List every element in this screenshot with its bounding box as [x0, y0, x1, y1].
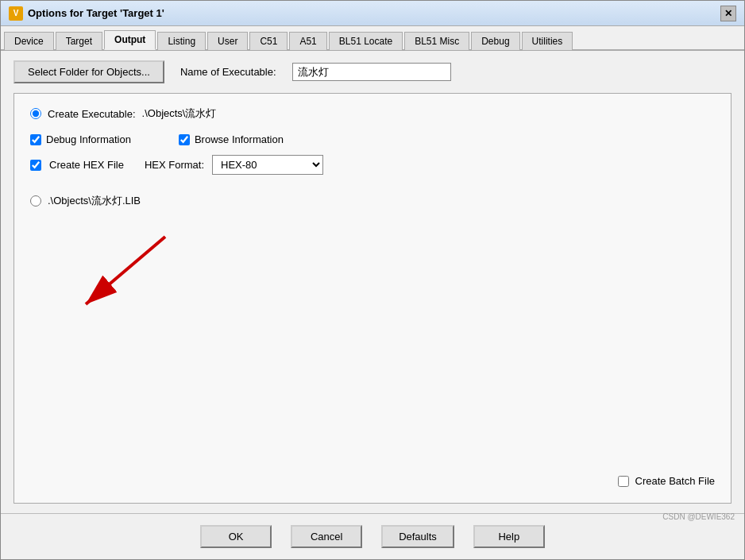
tab-bl51-locate[interactable]: BL51 Locate [329, 32, 403, 50]
tab-user[interactable]: User [207, 32, 248, 50]
hex-format-select[interactable]: HEX-80 HEX-386 [212, 155, 323, 175]
watermark: CSDN @DEWIE362 [662, 512, 735, 521]
create-hex-label: Create HEX File [49, 159, 124, 171]
select-folder-button[interactable]: Select Folder for Objects... [14, 60, 164, 83]
lib-radio[interactable] [30, 195, 41, 207]
info-checkboxes: Debug Information Browse Information [30, 133, 715, 145]
browse-info-label: Browse Information [195, 133, 284, 145]
content-area: Select Folder for Objects... Name of Exe… [1, 51, 744, 513]
title-bar-left: V Options for Target 'Target 1' [9, 6, 164, 21]
main-box: Create Executable: .\Objects\流水灯 Debug I… [14, 93, 731, 504]
lib-row: .\Objects\流水灯.LIB [30, 194, 715, 208]
arrow-annotation [62, 221, 189, 324]
tab-c51[interactable]: C51 [249, 32, 288, 50]
browse-info-item: Browse Information [179, 133, 284, 145]
tab-bl51-misc[interactable]: BL51 Misc [404, 32, 469, 50]
top-row: Select Folder for Objects... Name of Exe… [14, 60, 731, 83]
tab-utilities[interactable]: Utilities [522, 32, 573, 50]
dialog-title: Options for Target 'Target 1' [28, 7, 164, 19]
create-exec-row: Create Executable: .\Objects\流水灯 [30, 106, 715, 121]
help-button[interactable]: Help [473, 525, 545, 548]
tab-output[interactable]: Output [104, 30, 156, 50]
debug-info-checkbox[interactable] [30, 134, 41, 145]
cancel-button[interactable]: Cancel [291, 525, 362, 548]
create-exec-label: Create Executable: [48, 108, 136, 120]
tab-device[interactable]: Device [4, 32, 54, 50]
lib-path: .\Objects\流水灯.LIB [48, 194, 141, 208]
svg-line-1 [86, 237, 165, 304]
name-exec-input[interactable] [292, 63, 451, 81]
debug-info-item: Debug Information [30, 133, 131, 145]
browse-info-checkbox[interactable] [179, 134, 190, 145]
dialog: V Options for Target 'Target 1' ✕ Device… [0, 0, 745, 560]
footer: OK Cancel Defaults Help [1, 513, 744, 559]
create-batch-label: Create Batch File [635, 475, 715, 487]
batch-row: Create Batch File [618, 475, 715, 487]
create-hex-checkbox[interactable] [30, 160, 41, 171]
tab-debug[interactable]: Debug [471, 32, 519, 50]
title-bar: V Options for Target 'Target 1' ✕ [1, 1, 744, 26]
hex-format-label: HEX Format: [145, 159, 204, 171]
debug-info-label: Debug Information [46, 133, 131, 145]
hex-row: Create HEX File HEX Format: HEX-80 HEX-3… [30, 155, 715, 175]
create-exec-radio[interactable] [30, 108, 41, 119]
app-icon: V [9, 6, 23, 21]
close-button[interactable]: ✕ [720, 6, 736, 21]
tabs-bar: Device Target Output Listing User C51 A5… [1, 26, 744, 51]
create-exec-path: .\Objects\流水灯 [142, 106, 217, 121]
defaults-button[interactable]: Defaults [381, 525, 454, 548]
tab-listing[interactable]: Listing [157, 32, 206, 50]
name-exec-label: Name of Executable: [180, 66, 276, 78]
tab-a51[interactable]: A51 [289, 32, 326, 50]
ok-button[interactable]: OK [200, 525, 272, 548]
tab-target[interactable]: Target [56, 32, 102, 50]
create-batch-checkbox[interactable] [618, 476, 629, 487]
